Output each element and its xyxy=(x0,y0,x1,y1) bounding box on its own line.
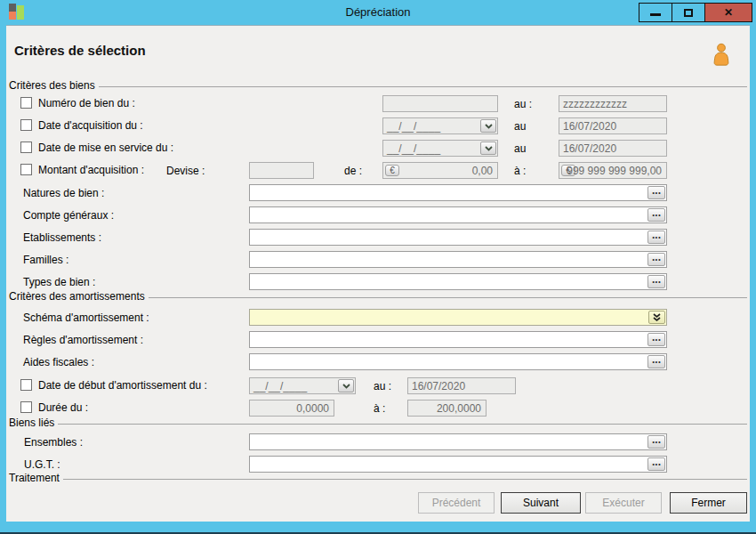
ensembles-input[interactable]: ... xyxy=(249,433,667,450)
montant-de-label: de : xyxy=(344,165,362,177)
natures-label: Natures de bien : xyxy=(23,187,104,199)
date-debut-from-picker[interactable]: __/__/____ xyxy=(249,377,356,394)
montant-acquisition-checkbox[interactable] xyxy=(20,164,32,175)
etablissements-input[interactable]: ... xyxy=(249,229,667,246)
calendar-dropdown-button[interactable] xyxy=(480,142,496,155)
lookup-button[interactable]: ... xyxy=(647,275,665,288)
executer-button[interactable]: Exécuter xyxy=(585,492,662,514)
montant-to-input[interactable]: € 999 999 999 999,00 xyxy=(559,162,667,179)
window-controls: ✕ xyxy=(639,3,752,22)
date-acquisition-checkbox[interactable] xyxy=(20,119,32,131)
montant-from-input[interactable]: € 0,00 xyxy=(382,162,498,179)
devise-label: Devise : xyxy=(166,165,205,177)
suivant-button[interactable]: Suivant xyxy=(501,492,581,514)
regles-amortissement-input[interactable]: ... xyxy=(249,331,667,348)
depreciation-window: Dépréciation ✕ Critères de sélection Cri… xyxy=(0,0,756,534)
chevron-down-icon xyxy=(485,124,493,129)
devise-input[interactable] xyxy=(249,162,314,179)
schema-amortissement-label: Schéma d'amortissement : xyxy=(23,312,149,324)
date-debut-sep-label: au : xyxy=(374,380,391,392)
dialog-content: Critères de sélection Critères des biens… xyxy=(6,25,750,522)
lookup-button[interactable]: ... xyxy=(647,355,665,368)
duree-from-input[interactable]: 0,0000 xyxy=(249,400,334,417)
group-label: Critères des biens xyxy=(9,79,95,92)
chevron-down-icon xyxy=(485,146,493,151)
duree-to-input[interactable]: 200,0000 xyxy=(407,400,487,417)
lookup-button[interactable]: ... xyxy=(647,186,665,199)
comptes-label: Compte généraux : xyxy=(23,209,114,222)
date-acquisition-label: Date d'acquisition du : xyxy=(38,119,143,132)
regles-amortissement-label: Règles d'amortissement : xyxy=(23,334,143,346)
numero-bien-label: Numéro de bien du : xyxy=(38,97,135,109)
date-debut-amortissement-checkbox[interactable] xyxy=(20,379,32,391)
ugt-input[interactable]: ... xyxy=(249,456,667,473)
group-label: Critères des amortissements xyxy=(9,290,145,303)
group-criteres-biens: Critères des biens xyxy=(9,79,747,92)
types-bien-input[interactable]: ... xyxy=(249,273,667,290)
familles-label: Familles : xyxy=(23,254,68,266)
person-icon xyxy=(712,43,731,67)
group-traitement: Traitement xyxy=(9,472,747,484)
numero-bien-sep-label: au : xyxy=(514,98,532,110)
user-assistant-button[interactable] xyxy=(712,43,731,67)
group-divider xyxy=(149,297,747,298)
date-acquisition-from-picker[interactable]: __/__/____ xyxy=(382,117,498,134)
numero-bien-checkbox[interactable] xyxy=(20,97,32,109)
ugt-label: U.G.T. : xyxy=(24,458,60,471)
lookup-button[interactable]: ... xyxy=(647,231,665,244)
minimize-button[interactable] xyxy=(639,4,672,21)
chevron-down-icon xyxy=(342,384,350,389)
group-criteres-amortissements: Critères des amortissements xyxy=(9,290,747,303)
ensembles-label: Ensembles : xyxy=(24,436,83,449)
group-label: Traitement xyxy=(9,472,60,484)
group-divider xyxy=(63,479,747,480)
comptes-input[interactable]: ... xyxy=(249,206,667,223)
schema-amortissement-input[interactable] xyxy=(249,309,667,326)
title-bar: Dépréciation ✕ xyxy=(0,0,756,25)
date-debut-amortissement-label: Date de début d'amortissement du : xyxy=(38,379,207,392)
calendar-dropdown-button[interactable] xyxy=(480,119,496,133)
euro-icon: € xyxy=(390,166,395,175)
precedent-button[interactable]: Précédent xyxy=(418,492,495,514)
lookup-button[interactable]: ... xyxy=(647,435,665,449)
close-icon: ✕ xyxy=(724,7,733,18)
group-biens-lies: Biens liés xyxy=(9,417,747,429)
aides-fiscales-input[interactable]: ... xyxy=(249,353,667,370)
date-service-to-input[interactable]: 16/07/2020 xyxy=(559,140,667,157)
calendar-dropdown-button[interactable] xyxy=(338,379,354,392)
date-service-sep-label: au xyxy=(514,142,526,155)
date-service-label: Date de mise en service du : xyxy=(38,142,173,154)
numero-bien-to-input[interactable]: zzzzzzzzzzzz xyxy=(559,95,667,112)
lookup-button[interactable]: ... xyxy=(647,253,665,266)
page-title: Critères de sélection xyxy=(14,43,146,58)
maximize-icon xyxy=(684,9,693,17)
duree-label: Durée du : xyxy=(38,401,88,414)
numero-bien-from-input[interactable] xyxy=(382,95,498,112)
group-label: Biens liés xyxy=(9,417,54,429)
minimize-icon xyxy=(650,13,661,16)
group-divider xyxy=(99,86,747,87)
aides-fiscales-label: Aides fiscales : xyxy=(23,356,94,368)
lookup-button[interactable]: ... xyxy=(647,457,665,471)
currency-button[interactable]: € xyxy=(385,165,399,176)
natures-input[interactable]: ... xyxy=(249,184,667,201)
date-service-checkbox[interactable] xyxy=(20,142,32,153)
close-button[interactable]: ✕ xyxy=(705,4,752,21)
date-debut-to-input[interactable]: 16/07/2020 xyxy=(407,377,516,394)
date-service-from-picker[interactable]: __/__/____ xyxy=(382,140,498,157)
duree-checkbox[interactable] xyxy=(20,401,32,413)
double-chevron-down-icon xyxy=(653,313,661,322)
etablissements-label: Etablissements : xyxy=(23,231,101,244)
lookup-button[interactable]: ... xyxy=(647,208,665,222)
familles-input[interactable]: ... xyxy=(249,251,667,268)
maximize-button[interactable] xyxy=(672,4,705,21)
expand-button[interactable] xyxy=(648,311,665,324)
duree-sep-label: à : xyxy=(374,402,385,415)
types-bien-label: Types de bien : xyxy=(23,276,95,288)
date-acquisition-to-input[interactable]: 16/07/2020 xyxy=(559,117,667,134)
date-acquisition-sep-label: au xyxy=(514,120,526,133)
fermer-button[interactable]: Fermer xyxy=(670,492,747,514)
montant-a-label: à : xyxy=(514,165,526,177)
montant-acquisition-label: Montant d'acquisition : xyxy=(38,164,144,176)
lookup-button[interactable]: ... xyxy=(647,333,665,346)
